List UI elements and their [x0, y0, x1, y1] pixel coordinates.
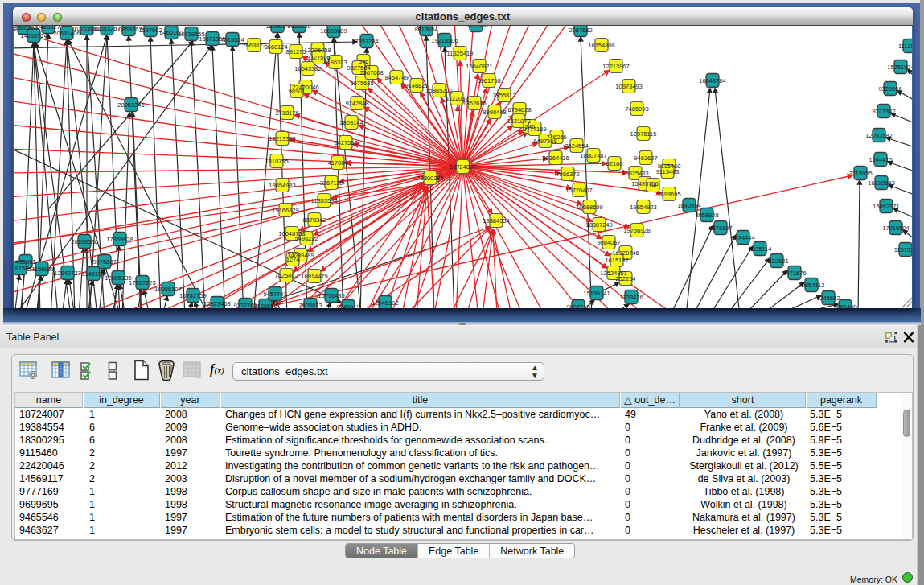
svg-text:7905813: 7905813 — [298, 302, 322, 309]
svg-text:17359928: 17359928 — [106, 236, 133, 243]
svg-text:8454749: 8454749 — [384, 74, 408, 81]
svg-text:15716485: 15716485 — [318, 292, 344, 299]
svg-text:1112543: 1112543 — [898, 43, 912, 50]
svg-text:7485003: 7485003 — [625, 105, 648, 113]
svg-text:16648784: 16648784 — [699, 77, 725, 84]
svg-text:5498222: 5498222 — [294, 235, 318, 242]
svg-text:20053346: 20053346 — [117, 101, 144, 109]
svg-text:15136141: 15136141 — [583, 290, 610, 297]
svg-text:9605320: 9605320 — [287, 26, 310, 30]
svg-text:1421906: 1421906 — [464, 26, 487, 29]
svg-text:19384554: 19384554 — [483, 217, 509, 225]
svg-text:16210643: 16210643 — [868, 179, 894, 187]
svg-text:1527602: 1527602 — [138, 27, 162, 34]
svg-text:8660124: 8660124 — [264, 43, 287, 51]
svg-text:1244415: 1244415 — [869, 156, 892, 163]
svg-text:15640921: 15640921 — [466, 63, 492, 70]
svg-text:20364436: 20364436 — [542, 154, 569, 162]
svg-text:19166829: 19166829 — [272, 207, 298, 214]
svg-text:9699695: 9699695 — [657, 191, 680, 198]
svg-text:17957225: 17957225 — [129, 279, 155, 286]
svg-text:10654112: 10654112 — [799, 282, 825, 289]
svg-text:12213967: 12213967 — [602, 63, 629, 70]
svg-text:16033809: 16033809 — [320, 27, 347, 35]
svg-text:19756928: 19756928 — [623, 227, 650, 234]
svg-text:16154808: 16154808 — [588, 42, 614, 49]
svg-text:8427552: 8427552 — [334, 139, 357, 146]
svg-text:8990448: 8990448 — [483, 109, 506, 116]
svg-text:98901: 98901 — [289, 88, 306, 95]
svg-text:12093582: 12093582 — [865, 132, 892, 139]
svg-text:23300285: 23300285 — [417, 175, 443, 182]
svg-text:12923468: 12923468 — [203, 300, 230, 307]
svg-text:9084067: 9084067 — [597, 239, 620, 246]
svg-text:64: 64 — [650, 182, 656, 189]
svg-text:9245019: 9245019 — [336, 303, 359, 309]
svg-text:9329966: 9329966 — [878, 85, 901, 93]
svg-text:3267110: 3267110 — [320, 179, 343, 187]
svg-text:19654983: 19654983 — [269, 182, 295, 189]
svg-text:8186323: 8186323 — [323, 59, 347, 66]
svg-text:7632621: 7632621 — [765, 257, 788, 265]
svg-text:8471676: 8471676 — [782, 270, 806, 277]
svg-text:10025433: 10025433 — [622, 170, 648, 177]
svg-text:7955812: 7955812 — [492, 92, 515, 99]
svg-text:1640954: 1640954 — [677, 202, 700, 209]
svg-text:9113463: 9113463 — [656, 168, 680, 175]
svg-text:9242848: 9242848 — [345, 100, 368, 107]
svg-text:9975887: 9975887 — [92, 258, 116, 266]
svg-text:1167533: 1167533 — [894, 246, 912, 253]
svg-text:62160: 62160 — [606, 160, 623, 167]
svg-text:11353594: 11353594 — [311, 197, 338, 204]
svg-text:6794028: 6794028 — [507, 106, 531, 113]
svg-text:2718176: 2718176 — [275, 109, 298, 117]
svg-text:16914479: 16914479 — [301, 273, 327, 280]
svg-text:9607218: 9607218 — [566, 303, 589, 309]
svg-text:13226058: 13226058 — [304, 47, 331, 54]
svg-text:9463627: 9463627 — [634, 154, 657, 162]
svg-text:18724007: 18724007 — [450, 163, 476, 171]
svg-text:9457791: 9457791 — [263, 290, 286, 298]
svg-text:1733426: 1733426 — [619, 294, 643, 301]
svg-text:12213389: 12213389 — [269, 135, 295, 142]
svg-text:9777169: 9777169 — [523, 126, 546, 133]
svg-text:2935114: 2935114 — [749, 245, 772, 253]
svg-text:1362615: 1362615 — [462, 100, 486, 107]
svg-text:7625402: 7625402 — [274, 272, 298, 279]
svg-text:39159: 39159 — [14, 265, 28, 272]
svg-text:12975115: 12975115 — [630, 130, 657, 138]
svg-text:8958928: 8958928 — [695, 212, 718, 219]
svg-text:7986372: 7986372 — [556, 171, 579, 178]
svg-text:15885202: 15885202 — [425, 87, 452, 94]
svg-text:9474444: 9474444 — [731, 234, 754, 241]
svg-text:1615132: 1615132 — [605, 257, 628, 264]
svg-text:3215955: 3215955 — [848, 170, 872, 177]
svg-text:15692971: 15692971 — [873, 203, 899, 210]
svg-text:19218506: 19218506 — [431, 37, 458, 44]
svg-text:14055724: 14055724 — [20, 32, 47, 39]
svg-text:252254: 252254 — [615, 275, 635, 282]
svg-text:11325419: 11325419 — [447, 50, 474, 57]
svg-text:2803144: 2803144 — [339, 119, 363, 126]
svg-text:9227342: 9227342 — [872, 108, 895, 115]
svg-text:1810755: 1810755 — [265, 158, 288, 165]
svg-text:10807487: 10807487 — [580, 152, 606, 159]
svg-text:5675685: 5675685 — [350, 80, 373, 87]
svg-text:417004: 417004 — [327, 159, 347, 167]
svg-text:10958107: 10958107 — [154, 286, 181, 293]
svg-text:12942737: 12942737 — [54, 270, 80, 277]
svg-text:15720407: 15720407 — [565, 187, 592, 194]
svg-text:6879197: 6879197 — [708, 225, 732, 232]
svg-text:9245652: 9245652 — [816, 295, 840, 302]
svg-text:15751074: 15751074 — [887, 64, 912, 71]
svg-text:10688609: 10688609 — [576, 204, 602, 211]
svg-text:18807249: 18807249 — [585, 221, 612, 229]
svg-text:891295: 891295 — [285, 48, 306, 56]
svg-text:1274: 1274 — [286, 256, 300, 263]
svg-text:6497568: 6497568 — [533, 138, 556, 145]
svg-text:1145194: 1145194 — [82, 270, 105, 278]
svg-text:6961758: 6961758 — [477, 77, 500, 84]
svg-text:16543382: 16543382 — [294, 65, 321, 72]
svg-text:16120746: 16120746 — [612, 249, 639, 257]
svg-text:11156829: 11156829 — [29, 266, 55, 273]
